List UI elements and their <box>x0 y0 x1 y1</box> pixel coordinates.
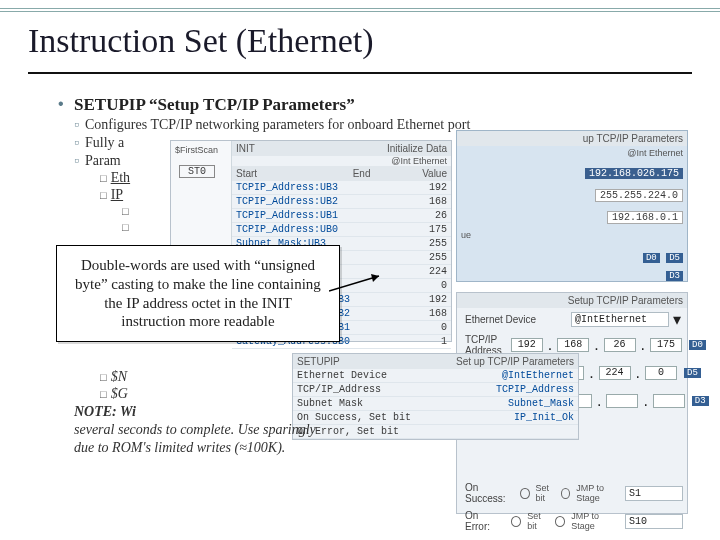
s3-row-dev: Ethernet Device@IntEthernet▾ <box>457 308 687 331</box>
init-row: TCPIP_Address:UB0175 <box>232 223 451 237</box>
svg-line-0 <box>329 276 379 291</box>
bullet-marker: • <box>58 95 64 113</box>
s2-gw-chip: 192.168.0.1 <box>607 211 683 224</box>
bullet-1-text: SETUPIP “Setup TCP/IP Parameters” <box>74 95 355 114</box>
callout-box: Double-words are used with “unsigned byt… <box>56 245 340 342</box>
init-header: INITInitialize Data <box>232 141 451 156</box>
callout-text: Double-words are used with “unsigned byt… <box>75 257 321 329</box>
s3-onsuccess: On Success: Set bit JMP to Stage S1 <box>457 479 687 507</box>
svg-marker-1 <box>371 274 379 282</box>
bullet-1: • SETUPIP “Setup TCP/IP Parameters” <box>40 95 692 115</box>
s2-title: up TCP/IP Parameters <box>457 131 687 146</box>
s2-ue: ue <box>457 226 687 244</box>
s2-sm-chip: 255.255.224.0 <box>595 189 683 202</box>
divider-top <box>0 8 720 12</box>
init-device: @Int Ethernet <box>232 156 451 166</box>
screenshot-tcpip-top: up TCP/IP Parameters @Int Ethernet 192.1… <box>456 130 688 282</box>
init-row: TCPIP_Address:UB2168 <box>232 195 451 209</box>
callout-arrow-icon <box>329 266 399 316</box>
init-row: TCPIP_Address:UB126 <box>232 209 451 223</box>
ladder-contact: ST0 <box>179 165 215 178</box>
screenshot-setupip-dialog: Setup TCP/IP Parameters Ethernet Device@… <box>456 292 688 514</box>
s3-onerror: On Error: Set bit JMP to Stage S10 <box>457 507 687 535</box>
firstscan-label: $FirstScan <box>171 141 231 159</box>
s2-device: @Int Ethernet <box>457 146 687 160</box>
s3-title: Setup TCP/IP Parameters <box>457 293 687 308</box>
init-row: TCPIP_Address:UB3192 <box>232 181 451 195</box>
s2-ip-chip: 192.168.026.175 <box>585 168 683 179</box>
init-cols: StartEndValue <box>232 166 451 181</box>
divider-under-title <box>28 70 692 74</box>
page-title: Instruction Set (Ethernet) <box>28 22 374 60</box>
lower-text: □$N □$G NOTE: Wi several seconds to comp… <box>74 368 454 456</box>
